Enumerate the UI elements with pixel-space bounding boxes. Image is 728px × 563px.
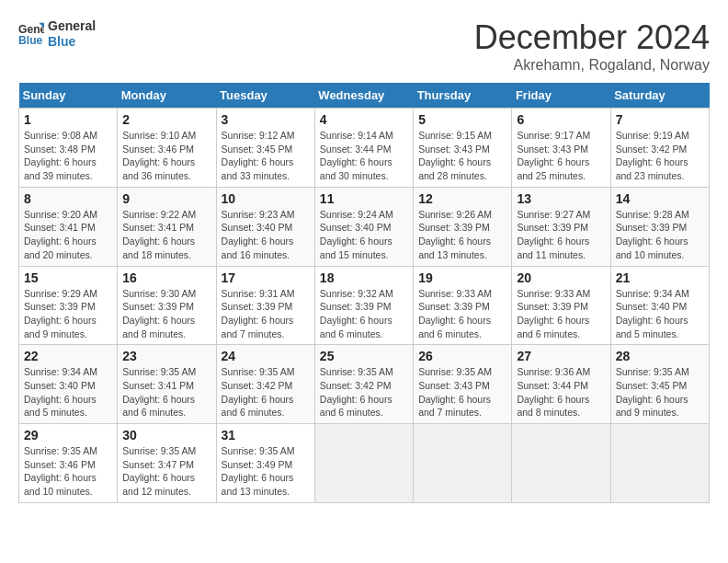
- day-info: Sunrise: 9:19 AMSunset: 3:42 PMDaylight:…: [616, 129, 704, 183]
- calendar-cell: 5Sunrise: 9:15 AMSunset: 3:43 PMDaylight…: [414, 109, 512, 188]
- weekday-header-wednesday: Wednesday: [314, 83, 413, 109]
- calendar-cell: 17Sunrise: 9:31 AMSunset: 3:39 PMDayligh…: [216, 266, 314, 345]
- calendar-cell: 22Sunrise: 9:34 AMSunset: 3:40 PMDayligh…: [19, 345, 118, 424]
- calendar-cell: 9Sunrise: 9:22 AMSunset: 3:41 PMDaylight…: [118, 187, 216, 266]
- day-info: Sunrise: 9:33 AMSunset: 3:39 PMDaylight:…: [418, 287, 506, 341]
- day-number: 25: [320, 349, 408, 363]
- calendar-cell: 6Sunrise: 9:17 AMSunset: 3:43 PMDaylight…: [512, 109, 610, 188]
- calendar-cell: 26Sunrise: 9:35 AMSunset: 3:43 PMDayligh…: [414, 345, 512, 424]
- day-info: Sunrise: 9:36 AMSunset: 3:44 PMDaylight:…: [517, 365, 605, 419]
- day-number: 19: [418, 270, 506, 285]
- day-number: 17: [222, 270, 310, 285]
- day-info: Sunrise: 9:35 AMSunset: 3:47 PMDaylight:…: [122, 444, 210, 499]
- calendar-cell: 21Sunrise: 9:34 AMSunset: 3:40 PMDayligh…: [610, 266, 709, 345]
- calendar-cell: 2Sunrise: 9:10 AMSunset: 3:46 PMDaylight…: [118, 109, 216, 188]
- day-info: Sunrise: 9:23 AMSunset: 3:40 PMDaylight:…: [222, 208, 310, 262]
- day-info: Sunrise: 9:35 AMSunset: 3:46 PMDaylight:…: [24, 444, 112, 499]
- day-info: Sunrise: 9:14 AMSunset: 3:44 PMDaylight:…: [320, 129, 408, 183]
- calendar-cell: 13Sunrise: 9:27 AMSunset: 3:39 PMDayligh…: [512, 187, 610, 266]
- day-number: 26: [418, 349, 506, 363]
- calendar-week-3: 15Sunrise: 9:29 AMSunset: 3:39 PMDayligh…: [19, 266, 710, 345]
- day-info: Sunrise: 9:08 AMSunset: 3:48 PMDaylight:…: [24, 129, 112, 183]
- day-info: Sunrise: 9:33 AMSunset: 3:39 PMDaylight:…: [517, 287, 605, 341]
- day-number: 29: [24, 428, 112, 442]
- day-number: 12: [418, 191, 506, 206]
- day-info: Sunrise: 9:35 AMSunset: 3:43 PMDaylight:…: [418, 365, 506, 419]
- calendar-cell: 28Sunrise: 9:35 AMSunset: 3:45 PMDayligh…: [610, 345, 709, 424]
- calendar-cell: [314, 424, 413, 503]
- day-info: Sunrise: 9:30 AMSunset: 3:39 PMDaylight:…: [122, 287, 210, 341]
- day-info: Sunrise: 9:34 AMSunset: 3:40 PMDaylight:…: [616, 287, 704, 341]
- calendar-cell: 15Sunrise: 9:29 AMSunset: 3:39 PMDayligh…: [19, 266, 118, 345]
- day-number: 27: [517, 349, 605, 363]
- day-number: 21: [616, 270, 704, 285]
- calendar-cell: [414, 424, 512, 503]
- logo: General Blue General Blue: [18, 18, 96, 50]
- day-number: 5: [418, 112, 506, 127]
- day-number: 6: [517, 112, 605, 127]
- calendar-cell: 14Sunrise: 9:28 AMSunset: 3:39 PMDayligh…: [610, 187, 709, 266]
- day-number: 16: [122, 270, 210, 285]
- day-info: Sunrise: 9:22 AMSunset: 3:41 PMDaylight:…: [122, 208, 210, 262]
- title-section: December 2024 Akrehamn, Rogaland, Norway: [474, 18, 710, 74]
- day-info: Sunrise: 9:15 AMSunset: 3:43 PMDaylight:…: [418, 129, 506, 183]
- day-number: 13: [517, 191, 605, 206]
- day-number: 28: [616, 349, 704, 363]
- calendar-cell: 11Sunrise: 9:24 AMSunset: 3:40 PMDayligh…: [314, 187, 413, 266]
- weekday-header-monday: Monday: [118, 83, 216, 109]
- day-number: 15: [24, 270, 112, 285]
- day-info: Sunrise: 9:35 AMSunset: 3:42 PMDaylight:…: [222, 365, 310, 419]
- calendar-cell: 7Sunrise: 9:19 AMSunset: 3:42 PMDaylight…: [610, 109, 709, 188]
- calendar-cell: 31Sunrise: 9:35 AMSunset: 3:49 PMDayligh…: [216, 424, 314, 503]
- day-number: 30: [122, 428, 210, 442]
- day-number: 7: [616, 112, 704, 127]
- day-info: Sunrise: 9:12 AMSunset: 3:45 PMDaylight:…: [222, 129, 310, 183]
- day-info: Sunrise: 9:24 AMSunset: 3:40 PMDaylight:…: [320, 208, 408, 262]
- weekday-header-saturday: Saturday: [610, 83, 709, 109]
- calendar-cell: [512, 424, 610, 503]
- calendar-cell: [610, 424, 709, 503]
- day-info: Sunrise: 9:35 AMSunset: 3:42 PMDaylight:…: [320, 365, 408, 419]
- day-number: 4: [320, 112, 408, 127]
- logo-line1: General: [48, 18, 96, 34]
- calendar-week-2: 8Sunrise: 9:20 AMSunset: 3:41 PMDaylight…: [19, 187, 710, 266]
- calendar-cell: 24Sunrise: 9:35 AMSunset: 3:42 PMDayligh…: [216, 345, 314, 424]
- day-info: Sunrise: 9:26 AMSunset: 3:39 PMDaylight:…: [418, 208, 506, 262]
- logo-icon: General Blue: [18, 21, 44, 47]
- calendar-cell: 8Sunrise: 9:20 AMSunset: 3:41 PMDaylight…: [19, 187, 118, 266]
- day-number: 14: [616, 191, 704, 206]
- day-number: 3: [222, 112, 310, 127]
- day-info: Sunrise: 9:10 AMSunset: 3:46 PMDaylight:…: [122, 129, 210, 183]
- calendar-cell: 20Sunrise: 9:33 AMSunset: 3:39 PMDayligh…: [512, 266, 610, 345]
- calendar-table: SundayMondayTuesdayWednesdayThursdayFrid…: [18, 83, 710, 503]
- weekday-header-sunday: Sunday: [19, 83, 118, 109]
- header: General Blue General Blue December 2024 …: [18, 18, 710, 74]
- calendar-cell: 19Sunrise: 9:33 AMSunset: 3:39 PMDayligh…: [414, 266, 512, 345]
- logo-line2: Blue: [48, 34, 96, 50]
- calendar-cell: 27Sunrise: 9:36 AMSunset: 3:44 PMDayligh…: [512, 345, 610, 424]
- weekday-header-friday: Friday: [512, 83, 610, 109]
- calendar-cell: 16Sunrise: 9:30 AMSunset: 3:39 PMDayligh…: [118, 266, 216, 345]
- day-number: 24: [222, 349, 310, 363]
- day-info: Sunrise: 9:35 AMSunset: 3:49 PMDaylight:…: [222, 444, 310, 499]
- day-number: 9: [122, 191, 210, 206]
- weekday-header-thursday: Thursday: [414, 83, 512, 109]
- calendar-cell: 30Sunrise: 9:35 AMSunset: 3:47 PMDayligh…: [118, 424, 216, 503]
- month-title: December 2024: [474, 18, 710, 57]
- calendar-cell: 12Sunrise: 9:26 AMSunset: 3:39 PMDayligh…: [414, 187, 512, 266]
- calendar-cell: 25Sunrise: 9:35 AMSunset: 3:42 PMDayligh…: [314, 345, 413, 424]
- day-info: Sunrise: 9:20 AMSunset: 3:41 PMDaylight:…: [24, 208, 112, 262]
- calendar-week-5: 29Sunrise: 9:35 AMSunset: 3:46 PMDayligh…: [19, 424, 710, 503]
- calendar-cell: 18Sunrise: 9:32 AMSunset: 3:39 PMDayligh…: [314, 266, 413, 345]
- day-number: 18: [320, 270, 408, 285]
- day-info: Sunrise: 9:34 AMSunset: 3:40 PMDaylight:…: [24, 365, 112, 419]
- day-number: 31: [222, 428, 310, 442]
- calendar-cell: 10Sunrise: 9:23 AMSunset: 3:40 PMDayligh…: [216, 187, 314, 266]
- day-number: 10: [222, 191, 310, 206]
- weekday-header-tuesday: Tuesday: [216, 83, 314, 109]
- day-info: Sunrise: 9:35 AMSunset: 3:41 PMDaylight:…: [122, 365, 210, 419]
- weekday-header-row: SundayMondayTuesdayWednesdayThursdayFrid…: [19, 83, 710, 109]
- day-number: 1: [24, 112, 112, 127]
- calendar-week-4: 22Sunrise: 9:34 AMSunset: 3:40 PMDayligh…: [19, 345, 710, 424]
- day-number: 8: [24, 191, 112, 206]
